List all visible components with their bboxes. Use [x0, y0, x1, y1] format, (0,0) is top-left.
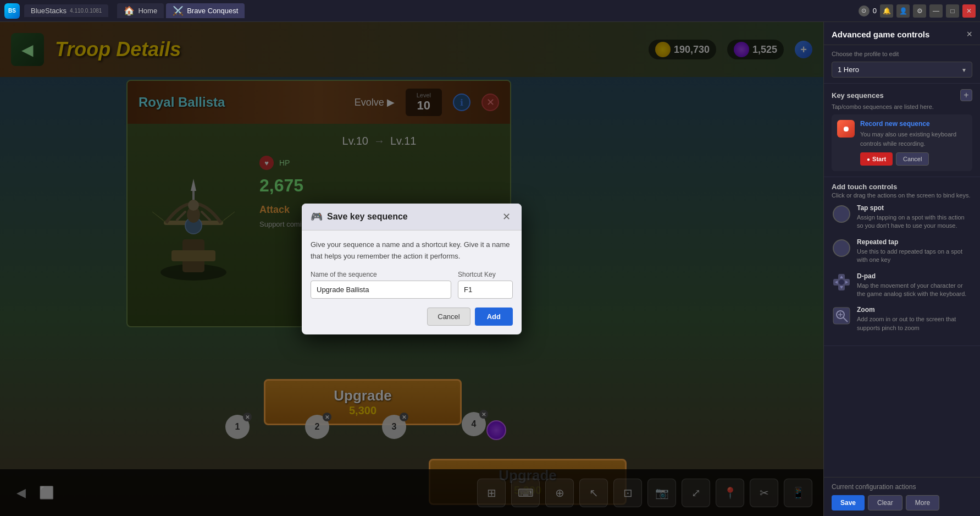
- app-name-text: BlueStacks: [31, 7, 67, 15]
- touch-controls-title: Add touch controls: [832, 183, 972, 191]
- tap-spot-item[interactable]: Tap spot Assign tapping on a spot with t…: [832, 204, 972, 230]
- repeated-tap-item[interactable]: Repeated tap Use this to add repeated ta…: [832, 238, 972, 265]
- dpad-item[interactable]: D-pad Map the movement of your character…: [832, 272, 972, 299]
- ks-subtitle: Tap/combo sequences are listed here.: [832, 103, 972, 110]
- home-tab[interactable]: 🏠 Home: [117, 3, 164, 18]
- modal-cancel-btn[interactable]: Cancel: [427, 308, 470, 326]
- profile-section: Choose the profile to edit 1 Hero: [824, 45, 980, 84]
- tap-spot-text: Tap spot Assign tapping on a spot with t…: [857, 204, 972, 230]
- profile-select-wrapper[interactable]: 1 Hero: [832, 62, 972, 78]
- shortcut-key-input[interactable]: [458, 281, 513, 299]
- modal-close-btn[interactable]: ✕: [500, 210, 513, 223]
- more-config-btn[interactable]: More: [906, 495, 939, 510]
- tap-spot-desc: Assign tapping on a spot with this actio…: [857, 213, 972, 230]
- zoom-icon-area: [832, 306, 851, 326]
- record-title: Record new sequence: [860, 120, 967, 128]
- dpad-icon: [832, 272, 851, 292]
- touch-controls-section: Add touch controls Click or drag the act…: [824, 177, 980, 346]
- dpad-name: D-pad: [857, 272, 972, 280]
- repeated-tap-icon: [832, 238, 851, 258]
- repeated-tap-desc: Use this to add repeated taps on a spot …: [857, 248, 972, 265]
- zoom-name: Zoom: [857, 306, 972, 314]
- repeated-tap-name: Repeated tap: [857, 238, 972, 246]
- zoom-item[interactable]: Zoom Add zoom in or out to the screen th…: [832, 306, 972, 332]
- modal-title-row: 🎮 Save key sequence: [311, 211, 408, 223]
- record-cancel-btn[interactable]: Cancel: [896, 152, 929, 166]
- record-icon: ⏺: [837, 120, 855, 138]
- modal-fields: Name of the sequence Shortcut Key: [311, 271, 513, 299]
- config-actions-section: Current configuration actions Save Clear…: [824, 477, 980, 516]
- save-config-btn[interactable]: Save: [832, 495, 865, 510]
- record-sequence-section: ⏺ Record new sequence You may also use e…: [832, 114, 972, 171]
- modal-header: 🎮 Save key sequence ✕: [302, 204, 522, 230]
- title-bar: BS BlueStacks 4.110.0.1081 🏠 Home ⚔️ Bra…: [0, 0, 980, 22]
- shortcut-field-label: Shortcut Key: [458, 271, 513, 278]
- home-tab-label: Home: [138, 7, 157, 15]
- settings-button[interactable]: ⚙: [913, 4, 926, 18]
- game-tab[interactable]: ⚔️ Brave Conquest: [166, 3, 245, 18]
- record-desc: You may also use existing keyboard contr…: [860, 130, 967, 148]
- zoom-desc: Add zoom in or out to the screen that su…: [857, 315, 972, 332]
- dpad-svg: [832, 273, 851, 292]
- game-area: ◀ Troop Details 190,730 1,525 + Royal Ba…: [0, 22, 823, 516]
- name-field-label: Name of the sequence: [311, 271, 451, 278]
- profile-select[interactable]: 1 Hero: [832, 62, 972, 78]
- zoom-text: Zoom Add zoom in or out to the screen th…: [857, 306, 972, 332]
- sequence-name-input[interactable]: [311, 281, 451, 299]
- main-area: ◀ Troop Details 190,730 1,525 + Royal Ba…: [0, 22, 980, 516]
- config-title: Current configuration actions: [832, 483, 972, 491]
- touch-controls-subtitle: Click or drag the actions on the screen …: [832, 192, 972, 199]
- repeated-tap-circle: [833, 239, 850, 257]
- modal-icon: 🎮: [311, 211, 323, 223]
- record-content: Record new sequence You may also use exi…: [860, 120, 967, 166]
- right-panel-title: Advanced game controls: [832, 30, 929, 39]
- shortcut-field-group: Shortcut Key: [458, 271, 513, 299]
- tap-spot-icon: [832, 204, 851, 224]
- dpad-text: D-pad Map the movement of your character…: [857, 272, 972, 299]
- modal-add-btn[interactable]: Add: [475, 308, 513, 326]
- repeated-tap-text: Repeated tap Use this to add repeated ta…: [857, 238, 972, 265]
- coin-count: 0: [873, 7, 877, 15]
- zoom-svg: [832, 306, 851, 325]
- record-buttons: Start Cancel: [860, 152, 967, 166]
- user-button[interactable]: 👤: [896, 4, 910, 18]
- name-field-group: Name of the sequence: [311, 271, 451, 299]
- app-name-tab: BlueStacks 4.110.0.1081: [24, 4, 108, 17]
- modal-body: Give your sequence a name and a shortcut…: [302, 230, 522, 335]
- save-sequence-modal: 🎮 Save key sequence ✕ Give your sequence…: [302, 204, 522, 335]
- profile-label: Choose the profile to edit: [832, 51, 972, 57]
- tap-spot-circle: [833, 205, 850, 223]
- close-button[interactable]: ✕: [962, 4, 976, 18]
- tap-spot-name: Tap spot: [857, 204, 972, 212]
- record-start-btn[interactable]: Start: [860, 152, 893, 166]
- right-panel: Advanced game controls × Choose the prof…: [823, 22, 980, 516]
- modal-actions: Cancel Add: [311, 308, 513, 326]
- ks-header: Key sequences +: [832, 89, 972, 101]
- maximize-button[interactable]: □: [946, 4, 959, 18]
- right-panel-header: Advanced game controls ×: [824, 22, 980, 45]
- window-controls: ⊙ 0 🔔 👤 ⚙ — □ ✕: [859, 4, 976, 18]
- minimize-button[interactable]: —: [929, 4, 943, 18]
- config-buttons: Save Clear More: [832, 495, 972, 510]
- right-panel-close-btn[interactable]: ×: [966, 29, 972, 40]
- clear-config-btn[interactable]: Clear: [868, 495, 903, 510]
- ks-add-btn[interactable]: +: [960, 89, 972, 101]
- modal-overlay: 🎮 Save key sequence ✕ Give your sequence…: [0, 22, 823, 516]
- dpad-desc: Map the movement of your character or th…: [857, 282, 972, 299]
- game-tab-label: Brave Conquest: [187, 7, 238, 15]
- modal-title: Save key sequence: [327, 212, 408, 222]
- ks-title: Key sequences: [832, 91, 884, 100]
- notifications-button[interactable]: 🔔: [880, 4, 893, 18]
- key-sequences-section: Key sequences + Tap/combo sequences are …: [824, 84, 980, 177]
- app-version: 4.110.0.1081: [70, 8, 102, 14]
- coin-icon: ⊙: [859, 6, 870, 17]
- bluestacks-logo: BS: [4, 3, 20, 19]
- modal-description: Give your sequence a name and a shortcut…: [311, 239, 513, 262]
- svg-point-11: [839, 279, 844, 285]
